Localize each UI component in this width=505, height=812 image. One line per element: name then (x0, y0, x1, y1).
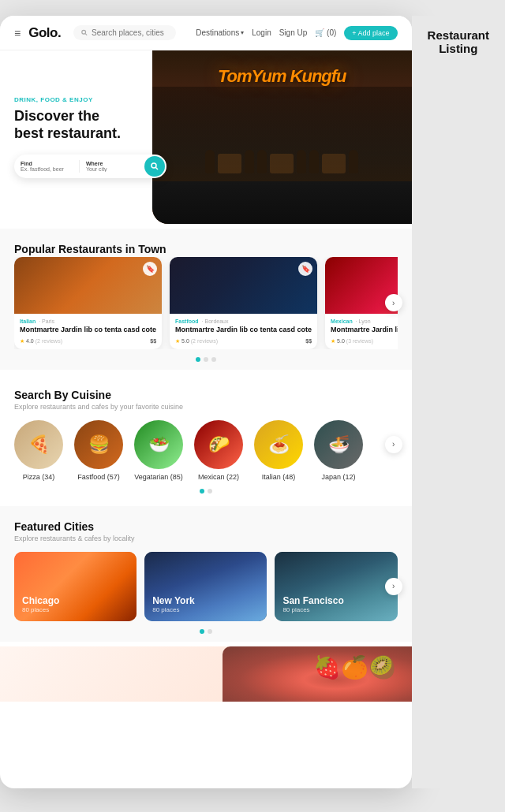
cuisine-item-mexican[interactable]: 🌮 Mexican (22) (194, 420, 243, 481)
hero-title: Discover the best restaurant. (14, 108, 166, 142)
cuisine-dot-1[interactable] (200, 489, 204, 494)
cities-carousel-dots (14, 629, 398, 634)
hero-search-bar[interactable]: Find Where (14, 155, 166, 178)
hero-section: TomYum Kungfu DRINK, FOOD & ENJOY Discov… (0, 50, 412, 224)
cuisine-item-japan[interactable]: 🍜 Japan (12) (314, 420, 363, 481)
card-body: Mexican · Lyon Montmartre Jardin lib co … (325, 314, 397, 349)
cuisine-section: Search By Cuisine Explore restaurants an… (0, 374, 412, 501)
cuisine-row: 🍕 Pizza (34) 🍔 Fastfood (57) 🥗 Vegataria… (14, 420, 398, 481)
dot-1[interactable] (196, 357, 200, 362)
card-image: 🔖 (170, 257, 317, 314)
app-logo: Golo. (28, 25, 61, 41)
search-submit-icon (151, 162, 159, 170)
svg-point-2 (152, 163, 156, 168)
cities-section: Featured Cities Explore restaurants & ca… (0, 506, 412, 642)
svg-line-1 (85, 34, 87, 35)
cuisine-label-japan: Japan (12) (321, 473, 355, 481)
card-rating: ★ 5.0 (2 reviews) (175, 338, 218, 345)
restaurant-card[interactable]: 🔖 Italian · Paris Montmartre Jardin lib … (14, 257, 162, 349)
cities-row: Chicago 80 places New York 80 places (14, 552, 398, 621)
cart-link[interactable]: 🛒 (0) (315, 28, 336, 37)
card-cuisine: Fastfood (175, 318, 199, 324)
dot-2[interactable] (204, 357, 208, 362)
popular-section-title: Popular Restaurants in Town (14, 243, 398, 255)
nav-search-bar[interactable] (73, 25, 176, 40)
menu-icon[interactable]: ≡ (14, 27, 21, 39)
city-card-newyork[interactable]: New York 80 places (144, 552, 267, 621)
dot-3[interactable] (211, 357, 216, 362)
restaurant-card[interactable]: 🔖 Fastfood · Bordeaux Montmartre Jardin … (170, 257, 317, 349)
cuisine-label-pizza: Pizza (34) (23, 473, 55, 481)
card-body: Fastfood · Bordeaux Montmartre Jardin li… (170, 314, 317, 349)
cuisine-image-pizza: 🍕 (14, 420, 63, 469)
cuisine-image-fastfood: 🍔 (74, 420, 123, 469)
cuisine-dot-2[interactable] (208, 489, 212, 494)
cuisine-image-vegetarian: 🥗 (134, 420, 183, 469)
navbar: ≡ Golo. Destinations ▾ Login Sign Up 🛒 (… (0, 16, 412, 50)
cities-section-title: Featured Cities (14, 520, 398, 533)
cuisine-carousel-arrow[interactable]: › (385, 436, 402, 453)
restaurants-row: 🔖 Italian · Paris Montmartre Jardin lib … (14, 257, 398, 349)
cities-section-subtitle: Explore restaurants & cafes by locality (14, 535, 398, 542)
cuisine-label-mexican: Mexican (22) (198, 473, 239, 481)
card-rating: ★ 5.0 (3 reviews) (331, 338, 373, 345)
cuisine-item-vegetarian[interactable]: 🥗 Vegatarian (85) (134, 420, 183, 481)
carousel-next-arrow[interactable]: › (385, 294, 402, 311)
cuisine-image-japan: 🍜 (314, 420, 363, 469)
card-name: Montmartre Jardin lib co tenta casd cote (331, 326, 397, 335)
city-card-sanfrancisco[interactable]: San Fancisco 80 places (275, 552, 397, 621)
bookmark-icon[interactable]: 🔖 (298, 262, 312, 276)
bookmark-icon[interactable]: 🔖 (143, 262, 157, 276)
cuisine-carousel: 🍕 Pizza (34) 🍔 Fastfood (57) 🥗 Vegataria… (14, 420, 398, 481)
cities-carousel: Chicago 80 places New York 80 places (14, 552, 398, 621)
hero-search-button[interactable] (144, 156, 165, 177)
card-price: $$ (150, 338, 156, 344)
card-image: 🔖 (14, 257, 162, 314)
find-input[interactable] (21, 166, 73, 172)
hero-where-section: Where (80, 161, 144, 172)
device-frame: ≡ Golo. Destinations ▾ Login Sign Up 🛒 (… (0, 16, 412, 788)
cuisine-item-pizza[interactable]: 🍕 Pizza (34) (14, 420, 63, 481)
where-input[interactable] (86, 166, 138, 172)
card-city: · Bordeaux (202, 318, 229, 324)
cuisine-carousel-dots (14, 489, 398, 494)
card-cuisine: Mexican (331, 318, 353, 324)
page-caption: Restaurant Listing (412, 16, 505, 788)
find-label: Find (21, 161, 73, 166)
destinations-link[interactable]: Destinations ▾ (196, 28, 244, 37)
hero-tag: DRINK, FOOD & ENJOY (14, 96, 166, 103)
restaurant-sign: TomYum Kungfu (218, 66, 346, 87)
card-price: $$ (305, 338, 312, 344)
cuisine-label-italian: Italian (48) (262, 473, 296, 481)
hero-background-image: TomYum Kungfu (152, 50, 412, 224)
svg-line-3 (155, 168, 158, 170)
hero-content: DRINK, FOOD & ENJOY Discover the best re… (14, 50, 166, 224)
svg-point-0 (82, 30, 86, 34)
nav-search-input[interactable] (92, 28, 168, 37)
popular-restaurants-section: Popular Restaurants in Town 🔖 Italian · … (0, 229, 412, 370)
card-cuisine: Italian (20, 318, 36, 324)
where-label: Where (86, 161, 138, 166)
card-name: Montmartre Jardin lib co tenta casd cote (20, 326, 156, 335)
cities-dot-1[interactable] (200, 629, 204, 634)
add-place-button[interactable]: + Add place (344, 26, 397, 40)
city-card-chicago[interactable]: Chicago 80 places (14, 552, 137, 621)
cuisine-item-fastfood[interactable]: 🍔 Fastfood (57) (74, 420, 123, 481)
signup-link[interactable]: Sign Up (279, 28, 308, 37)
cities-carousel-arrow[interactable]: › (385, 578, 402, 595)
hero-find-section: Find (14, 161, 79, 172)
card-rating: ★ 4.0 (2 reviews) (20, 338, 62, 345)
cart-icon: 🛒 (315, 28, 324, 37)
new-york-label: New York (152, 595, 195, 606)
restaurant-interior (152, 87, 412, 181)
cuisine-label-vegetarian: Vegatarian (85) (134, 473, 183, 481)
cities-dot-2[interactable] (208, 629, 212, 634)
cuisine-item-italian[interactable]: 🍝 Italian (48) (254, 420, 303, 481)
card-city: · Paris (39, 318, 54, 324)
cuisine-section-subtitle: Explore restaurants and cafes by your fa… (14, 403, 398, 411)
search-icon (81, 29, 88, 36)
cuisine-section-title: Search By Cuisine (14, 389, 398, 401)
carousel-dots (14, 357, 398, 362)
card-body: Italian · Paris Montmartre Jardin lib co… (14, 314, 162, 349)
login-link[interactable]: Login (252, 28, 271, 37)
